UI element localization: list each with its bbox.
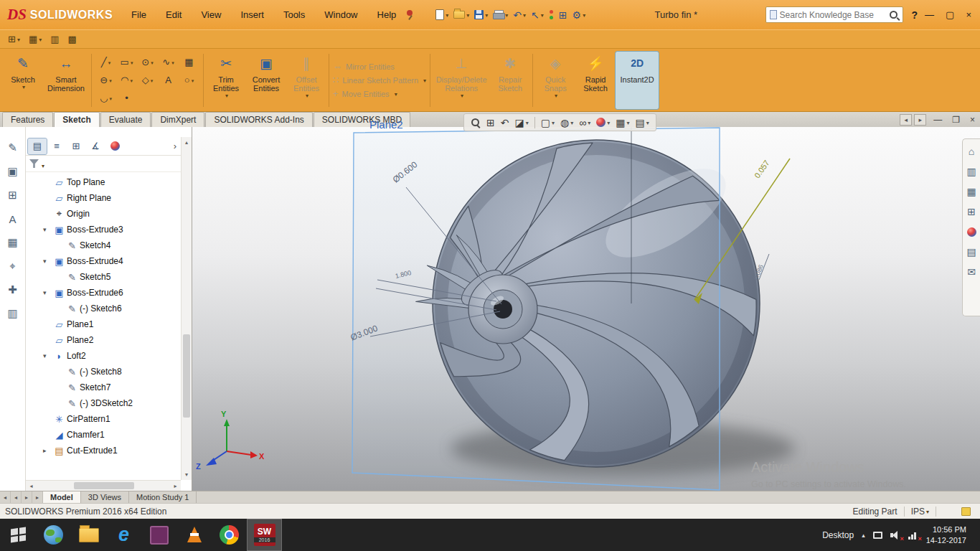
filter-icon[interactable] xyxy=(29,159,39,168)
offset-entities-button[interactable]: ∥ Offset Entities xyxy=(286,52,326,109)
close-button[interactable]: × xyxy=(966,9,971,20)
open-button[interactable] xyxy=(452,9,471,20)
menu-insert[interactable]: Insert xyxy=(240,9,264,20)
graphics-area[interactable]: Y X Z Plane2 Ø0.600 Ø3.000 1.800 0.057 0… xyxy=(192,127,980,491)
desktop-label[interactable]: Desktop xyxy=(822,530,854,540)
document-minimize-button[interactable]: — xyxy=(933,115,942,125)
convert-entities-button[interactable]: ▣ Convert Entities xyxy=(246,52,286,109)
circle-tool[interactable]: ⊙ xyxy=(137,53,158,71)
search-icon[interactable] xyxy=(889,10,899,20)
tree-item-top-plane[interactable]: ▱Top Plane xyxy=(26,174,192,190)
selection-filter-button[interactable] xyxy=(547,8,555,22)
pane-right-button[interactable]: ▸ xyxy=(914,114,926,126)
scroll-left-icon[interactable]: ◂ xyxy=(26,481,37,491)
horizontal-scroll-thumb[interactable] xyxy=(74,482,134,489)
plane2-label[interactable]: Plane2 xyxy=(369,118,403,131)
zoom-fit-button[interactable] xyxy=(469,117,482,128)
configurationmanager-tab[interactable]: ⊞ xyxy=(67,138,85,154)
displaymanager-tab[interactable] xyxy=(105,138,124,154)
smart-dimension-button[interactable]: ↔ Smart Dimension xyxy=(43,52,89,109)
ellipse-tool[interactable]: ○ xyxy=(179,71,199,89)
tree-item-plane1[interactable]: ▱Plane1 xyxy=(26,316,192,332)
mirror-entities-button[interactable]: ⇔ Mirror Entities xyxy=(333,61,426,72)
design-library-icon[interactable]: ▥ xyxy=(966,165,976,178)
line-tool[interactable]: ╱ xyxy=(95,53,116,71)
scroll-first-button[interactable]: ◂ xyxy=(0,491,11,503)
vertical-scroll-thumb[interactable] xyxy=(183,334,190,418)
home-icon[interactable]: ⌂ xyxy=(969,145,974,158)
select-button[interactable]: ↖ xyxy=(529,8,545,22)
search-input[interactable] xyxy=(780,10,886,20)
taskbar-file-explorer[interactable] xyxy=(71,519,106,551)
tree-item-chamfer1[interactable]: ◢Chamfer1 xyxy=(26,427,192,443)
tree-item-origin[interactable]: ⌖Origin xyxy=(26,206,192,222)
tree-item-3dsketch2[interactable]: ✎(-) 3DSketch2 xyxy=(26,395,192,411)
toolbar-icon-1[interactable]: ⊞ xyxy=(6,33,22,45)
side-toolbar-icon-1[interactable]: ✎ xyxy=(4,140,22,156)
taskbar-internet-app[interactable] xyxy=(36,519,71,551)
tree-item-plane2[interactable]: ▱Plane2 xyxy=(26,332,192,348)
dimxpertmanager-tab[interactable]: ∡ xyxy=(86,138,105,154)
tab-solidworks-add-ins[interactable]: SOLIDWORKS Add-Ins xyxy=(205,112,312,127)
tag-icon[interactable] xyxy=(961,507,971,516)
task-scheduler-button[interactable]: ⊞ xyxy=(557,8,569,22)
expand-arrow[interactable]: ▾ xyxy=(43,289,53,296)
custom-properties-icon[interactable]: ▤ xyxy=(966,245,976,258)
pushpin-icon[interactable] xyxy=(406,9,415,20)
print-button[interactable] xyxy=(491,9,509,21)
tree-item-boss-extrude3[interactable]: ▾▣Boss-Extrude3 xyxy=(26,222,192,237)
hide-show-items-button[interactable]: ∞ xyxy=(578,116,592,129)
tab-sketch[interactable]: Sketch xyxy=(54,112,99,127)
quick-snaps-button[interactable]: ◈ Quick Snaps xyxy=(535,52,575,109)
text-tool[interactable]: A xyxy=(158,71,179,89)
rectangle-tool[interactable]: ▭ xyxy=(116,53,137,71)
tree-item-boss-extrude6[interactable]: ▾▣Boss-Extrude6 xyxy=(26,285,192,301)
tree-item-sketch7[interactable]: ✎Sketch7 xyxy=(26,380,192,395)
appearances-icon[interactable] xyxy=(967,225,976,238)
sketch-button[interactable]: ✎ Sketch xyxy=(3,52,43,109)
previous-view-button[interactable]: ↶ xyxy=(499,116,511,129)
collapse-arrow[interactable]: ▸ xyxy=(43,447,53,454)
repair-sketch-button[interactable]: ✱ Repair Sketch xyxy=(490,52,530,109)
slot-tool[interactable]: ⊖ xyxy=(95,71,116,89)
menu-help[interactable]: Help xyxy=(377,9,397,20)
help-button[interactable]: ? xyxy=(912,9,918,21)
taskbar-app-purple[interactable] xyxy=(141,519,176,551)
side-toolbar-icon-4[interactable]: A xyxy=(4,211,22,227)
display-delete-relations-button[interactable]: ⊥ Display/Delete Relations xyxy=(433,52,490,109)
scroll-prev-button[interactable]: ◂ xyxy=(11,491,22,503)
tree-item-loft2[interactable]: ▾◗Loft2 xyxy=(26,348,192,364)
taskbar-solidworks[interactable]: SW2016 xyxy=(247,519,282,551)
menu-window[interactable]: Window xyxy=(324,9,357,20)
panel-chevron[interactable]: › xyxy=(174,141,179,151)
point-tool[interactable]: • xyxy=(116,89,137,107)
tree-item-cirpattern1[interactable]: ✳CirPattern1 xyxy=(26,411,192,427)
tree-item-sketch8[interactable]: ✎(-) Sketch8 xyxy=(26,364,192,380)
tab-features[interactable]: Features xyxy=(2,112,53,127)
pane-left-button[interactable]: ◂ xyxy=(900,114,912,126)
undo-button[interactable]: ↶ xyxy=(512,8,527,22)
device-tray-icon[interactable] xyxy=(873,532,882,539)
menu-edit[interactable]: Edit xyxy=(166,9,182,20)
expand-arrow[interactable]: ▾ xyxy=(43,258,53,265)
tree-item-sketch4[interactable]: ✎Sketch4 xyxy=(26,237,192,253)
tray-expand-chevron[interactable]: ▴ xyxy=(862,532,865,539)
section-view-button[interactable]: ◪ xyxy=(513,116,529,129)
side-toolbar-icon-7[interactable]: ✚ xyxy=(4,282,22,298)
side-toolbar-icon-3[interactable]: ⊞ xyxy=(4,187,22,203)
forum-icon[interactable]: ✉ xyxy=(967,265,976,278)
zoom-area-button[interactable]: ⊞ xyxy=(485,116,496,129)
tree-item-boss-extrude4[interactable]: ▾▣Boss-Extrude4 xyxy=(26,253,192,269)
3d-views-tab[interactable]: 3D Views xyxy=(81,491,129,503)
model-tab[interactable]: Model xyxy=(43,491,81,503)
side-toolbar-icon-2[interactable]: ▣ xyxy=(4,164,22,179)
taskbar-vlc[interactable] xyxy=(176,519,212,551)
toolbar-icon-2[interactable]: ▦ xyxy=(27,33,44,45)
scroll-last-button[interactable]: ▸ xyxy=(32,491,43,503)
view-palette-icon[interactable]: ⊞ xyxy=(967,205,976,218)
arc-tool[interactable]: ◠ xyxy=(116,71,137,89)
sketch-pattern-tool[interactable]: ▦ xyxy=(179,53,199,71)
options-button[interactable]: ⚙ xyxy=(571,8,588,22)
save-button[interactable] xyxy=(473,9,489,21)
linear-sketch-pattern-button[interactable]: ∷ Linear Sketch Pattern xyxy=(333,75,426,85)
